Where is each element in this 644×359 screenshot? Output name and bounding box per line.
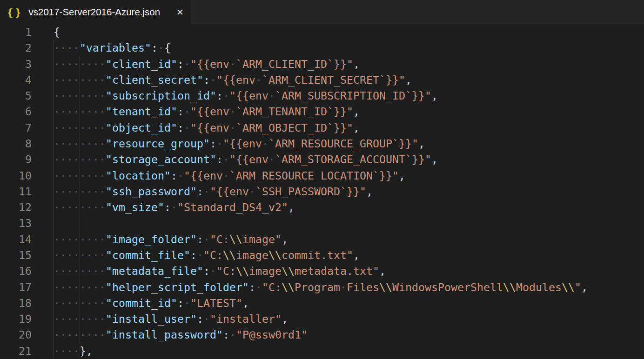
code-token: `ARM_STORAGE_ACCOUNT`}}" [275, 153, 431, 166]
whitespace-dot: · [60, 89, 67, 102]
code-token: "commit_file" [106, 249, 190, 261]
whitespace-dot: · [184, 105, 190, 118]
code-line-6[interactable]: 6········"tenant_id":·"{{env·`ARM_TENANT… [0, 104, 644, 120]
code-line-4[interactable]: 4········"client_secret":·"{{env·`ARM_CL… [0, 72, 644, 88]
code-line-10[interactable]: 10········"location":·"{{env·`ARM_RESOUR… [0, 168, 644, 184]
code-token: : [197, 233, 203, 246]
whitespace-dot: · [86, 73, 93, 86]
whitespace-dot: · [54, 265, 60, 277]
code-token: metadata.txt" [295, 265, 379, 277]
line-number[interactable]: 13 [0, 215, 54, 231]
file-tab[interactable]: {} vs2017-Server2016-Azure.json ✕ [0, 0, 191, 24]
line-number[interactable]: 5 [0, 88, 54, 104]
whitespace-dot: · [99, 265, 106, 277]
line-number[interactable]: 18 [0, 295, 54, 311]
code-line-9[interactable]: 9········"storage_account":·"{{env·`ARM_… [0, 152, 644, 167]
code-line-15[interactable]: 15········"commit_file":·"C:\\image\\com… [0, 247, 644, 263]
code-line-19[interactable]: 19········"install_user":·"installer", [0, 311, 644, 327]
code-line-3[interactable]: 3········"client_id":·"{{env·`ARM_CLIENT… [0, 56, 644, 72]
code-token: : [203, 73, 210, 86]
code-editor[interactable]: 1{2····"variables":·{3········"client_id… [0, 24, 644, 359]
line-number[interactable]: 21 [0, 343, 54, 359]
code-line-17[interactable]: 17········"helper_script_folder":·"C:\\P… [0, 279, 644, 295]
whitespace-dot: · [99, 58, 106, 70]
whitespace-dot: · [99, 201, 106, 213]
whitespace-dot: · [60, 105, 67, 118]
whitespace-dot: · [54, 169, 60, 182]
whitespace-dot: · [93, 137, 99, 150]
code-line-20[interactable]: 20········"install_password":·"P@ssw0rd1… [0, 327, 644, 343]
code-line-11[interactable]: 11········"ssh_password":·"{{env·`SSH_PA… [0, 184, 644, 199]
code-line-16[interactable]: 16········"metadata_file":·"C:\\image\\m… [0, 263, 644, 279]
whitespace-dot: · [99, 312, 106, 325]
code-token: \\ [236, 265, 249, 277]
line-number[interactable]: 11 [0, 184, 54, 199]
code-token: , [405, 73, 412, 86]
close-tab-icon[interactable]: ✕ [176, 7, 184, 17]
code-token: : [210, 137, 216, 150]
code-line-content: ········"commit_id":·"LATEST", [54, 295, 644, 311]
whitespace-dot: · [80, 265, 86, 277]
code-token: Modules [516, 281, 562, 293]
line-number[interactable]: 12 [0, 199, 54, 215]
whitespace-dot: · [99, 249, 106, 261]
code-token: : [177, 121, 184, 134]
code-token: , [418, 137, 425, 150]
code-line-18[interactable]: 18········"commit_id":·"LATEST", [0, 295, 644, 311]
code-line-content: ····}, [54, 343, 644, 359]
code-token: "P@ssw0rd1" [236, 328, 308, 341]
line-number[interactable]: 14 [0, 232, 54, 247]
whitespace-dot: · [67, 201, 73, 213]
whitespace-dot: · [80, 169, 86, 182]
whitespace-dot: · [73, 169, 80, 182]
line-number[interactable]: 3 [0, 56, 54, 72]
whitespace-dot: · [80, 153, 86, 166]
whitespace-dot: · [80, 121, 86, 134]
whitespace-dot: · [73, 312, 80, 325]
code-line-5[interactable]: 5········"subscription_id":·"{{env·`ARM_… [0, 88, 644, 104]
whitespace-dot: · [54, 233, 60, 246]
whitespace-dot: · [60, 169, 67, 182]
line-number[interactable]: 10 [0, 168, 54, 184]
whitespace-dot: · [229, 105, 236, 118]
code-token: Program [295, 281, 340, 293]
whitespace-dot: · [73, 201, 80, 213]
line-number[interactable]: 4 [0, 72, 54, 88]
line-number[interactable]: 16 [0, 263, 54, 279]
whitespace-dot: · [99, 153, 106, 166]
line-number[interactable]: 1 [0, 24, 54, 40]
code-token: "location" [106, 169, 171, 182]
whitespace-dot: · [67, 73, 73, 86]
line-number[interactable]: 20 [0, 327, 54, 343]
line-number[interactable]: 8 [0, 136, 54, 152]
code-line-2[interactable]: 2····"variables":·{ [0, 40, 644, 56]
code-token: }, [80, 345, 93, 357]
code-line-7[interactable]: 7········"object_id":·"{{env·`ARM_OBJECT… [0, 120, 644, 136]
code-line-13[interactable]: 13 [0, 215, 644, 231]
code-line-21[interactable]: 21····}, [0, 343, 644, 359]
whitespace-dot: · [216, 137, 223, 150]
code-line-1[interactable]: 1{ [0, 24, 644, 40]
code-token: "C: [262, 281, 282, 293]
code-line-content: ········"ssh_password":·"{{env·`SSH_PASS… [54, 184, 644, 199]
code-line-8[interactable]: 8········"resource_group":·"{{env·`ARM_R… [0, 136, 644, 152]
code-line-14[interactable]: 14········"image_folder":·"C:\\image", [0, 232, 644, 247]
code-token: : [216, 89, 223, 102]
code-token: , [431, 153, 438, 166]
line-number[interactable]: 9 [0, 152, 54, 167]
line-number[interactable]: 19 [0, 311, 54, 327]
line-number[interactable]: 2 [0, 40, 54, 56]
code-line-12[interactable]: 12········"vm_size":·"Standard_DS4_v2", [0, 199, 644, 215]
whitespace-dot: · [73, 153, 80, 166]
whitespace-dot: · [60, 185, 67, 198]
code-token: image [249, 265, 282, 277]
whitespace-dot: · [80, 328, 86, 341]
whitespace-dot: · [80, 281, 86, 293]
line-number[interactable]: 6 [0, 104, 54, 120]
whitespace-dot: · [86, 297, 93, 309]
whitespace-dot: · [210, 265, 216, 277]
code-token: , [399, 169, 405, 182]
line-number[interactable]: 15 [0, 247, 54, 263]
line-number[interactable]: 7 [0, 120, 54, 136]
line-number[interactable]: 17 [0, 279, 54, 295]
